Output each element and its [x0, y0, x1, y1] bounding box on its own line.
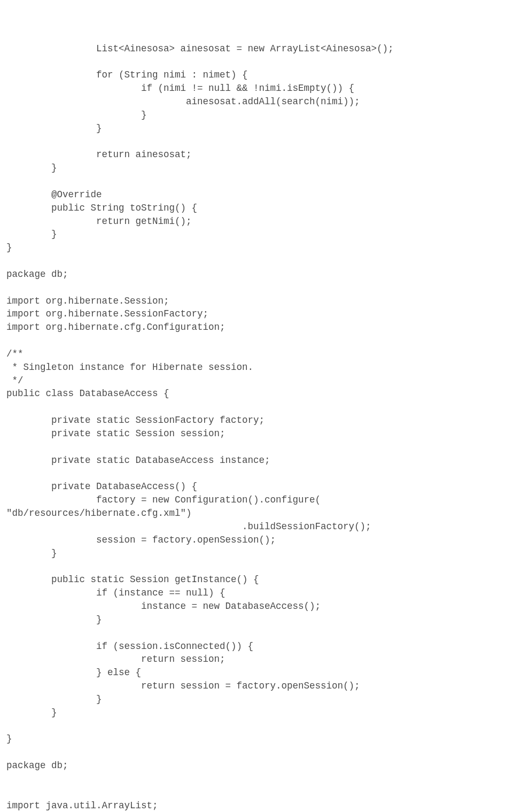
code-content: List<Ainesosa> ainesosat = new ArrayList…	[6, 43, 394, 812]
code-block: List<Ainesosa> ainesosat = new ArrayList…	[6, 42, 513, 812]
